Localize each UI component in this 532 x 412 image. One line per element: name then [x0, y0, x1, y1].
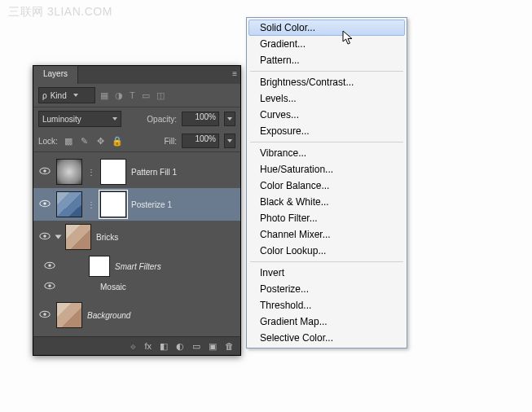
filter-type-icons: ▦ ◑ T ▭ ◫: [100, 90, 165, 101]
layer-thumbnail[interactable]: [56, 159, 82, 185]
filter-name-label[interactable]: Mosaic: [100, 283, 126, 291]
svg-point-3: [43, 202, 46, 205]
blend-mode-select[interactable]: Luminosity: [38, 111, 121, 127]
smart-filters-label: Smart Filters: [115, 262, 161, 271]
menu-item[interactable]: Threshold...: [248, 297, 405, 313]
watermark-text: 三联网 3LIAN.COM: [8, 5, 112, 20]
panel-menu-icon[interactable]: ≡: [232, 69, 237, 78]
lock-fill-row: Lock: ▩ ✎ ✥ 🔒 Fill: 100%: [33, 130, 240, 152]
opacity-input[interactable]: 100%: [182, 112, 219, 126]
menu-item[interactable]: Pattern...: [248, 52, 405, 68]
blend-opacity-row: Luminosity Opacity: 100%: [33, 107, 240, 130]
fill-input[interactable]: 100%: [182, 134, 219, 148]
layer-row-bricks[interactable]: Bricks: [33, 221, 240, 253]
svg-point-1: [43, 169, 46, 173]
visibility-toggle[interactable]: [43, 261, 56, 271]
filter-kind-label: Kind: [51, 91, 67, 100]
layer-list: ⋮ Pattern Fill 1 ⋮ Posterize 1 Bricks: [33, 152, 240, 336]
blend-mode-label: Luminosity: [42, 115, 81, 124]
filter-mask-thumbnail[interactable]: [89, 256, 110, 277]
lock-position-icon[interactable]: ✥: [95, 136, 107, 147]
mask-thumbnail[interactable]: [100, 159, 126, 185]
visibility-toggle[interactable]: [38, 167, 51, 177]
menu-item[interactable]: Selective Color...: [248, 330, 405, 346]
layer-name-label[interactable]: Bricks: [96, 233, 118, 242]
menu-item[interactable]: Levels...: [248, 90, 405, 107]
tab-layers[interactable]: Layers: [33, 66, 78, 84]
adjustment-layer-icon[interactable]: ◐: [176, 341, 184, 352]
layer-thumbnail[interactable]: [56, 302, 82, 328]
lock-transparency-icon[interactable]: ▩: [63, 136, 74, 147]
layer-thumbnail[interactable]: [56, 191, 82, 217]
layer-name-label[interactable]: Posterize 1: [131, 200, 172, 209]
svg-point-9: [48, 284, 51, 287]
svg-point-5: [43, 234, 46, 238]
menu-separator: [250, 261, 403, 262]
mask-thumbnail[interactable]: [100, 191, 126, 217]
lock-label: Lock:: [38, 137, 58, 146]
visibility-toggle[interactable]: [38, 199, 51, 209]
filter-pixel-icon[interactable]: ▦: [100, 90, 108, 101]
layer-row-posterize[interactable]: ⋮ Posterize 1: [33, 188, 240, 221]
layers-panel: Layers ≡ ρ Kind ▦ ◑ T ▭ ◫ Luminosity Opa…: [33, 65, 241, 356]
filter-type-icon[interactable]: T: [130, 90, 135, 101]
menu-item[interactable]: Vibrance...: [248, 145, 405, 161]
menu-item[interactable]: Brightness/Contrast...: [248, 74, 405, 90]
menu-separator: [250, 71, 403, 72]
fx-icon[interactable]: fx: [144, 341, 152, 351]
add-mask-icon[interactable]: ◧: [160, 341, 168, 352]
smart-filter-item[interactable]: Mosaic: [33, 279, 240, 294]
menu-item[interactable]: Gradient...: [248, 36, 405, 52]
menu-item[interactable]: Color Balance...: [248, 178, 405, 194]
menu-item[interactable]: Solid Color...: [248, 20, 405, 36]
filter-shape-icon[interactable]: ▭: [142, 90, 150, 101]
layer-name-label[interactable]: Background: [87, 311, 130, 320]
menu-separator: [250, 142, 403, 142]
new-group-icon[interactable]: ▭: [192, 341, 200, 352]
fill-flyout-icon[interactable]: [224, 134, 235, 148]
lock-all-icon[interactable]: 🔒: [112, 136, 123, 147]
svg-point-7: [48, 264, 51, 267]
menu-item[interactable]: Gradient Map...: [248, 313, 405, 330]
panel-footer: ⟐ fx ◧ ◐ ▭ ▣ 🗑: [33, 336, 240, 355]
menu-item[interactable]: Exposure...: [248, 123, 405, 139]
menu-item[interactable]: Black & White...: [248, 194, 405, 210]
menu-item[interactable]: Color Lookup...: [248, 243, 405, 259]
menu-item[interactable]: Curves...: [248, 107, 405, 123]
link-icon: ⋮: [87, 168, 95, 177]
panel-tab-bar: Layers ≡: [33, 66, 240, 84]
lock-pixels-icon[interactable]: ✎: [79, 136, 90, 147]
adjustment-layer-menu: Solid Color...Gradient...Pattern...Brigh…: [246, 17, 407, 348]
delete-layer-icon[interactable]: 🗑: [225, 341, 234, 351]
menu-item[interactable]: Hue/Saturation...: [248, 161, 405, 178]
svg-point-11: [43, 313, 46, 316]
filter-smart-icon[interactable]: ◫: [156, 90, 165, 101]
menu-item[interactable]: Photo Filter...: [248, 210, 405, 226]
visibility-toggle[interactable]: [43, 282, 56, 291]
opacity-flyout-icon[interactable]: [224, 112, 235, 126]
visibility-toggle[interactable]: [38, 232, 51, 242]
link-icon: ⋮: [87, 200, 95, 209]
layer-thumbnail[interactable]: [65, 224, 91, 250]
menu-item[interactable]: Posterize...: [248, 281, 405, 297]
visibility-toggle[interactable]: [38, 310, 51, 320]
layer-row-background[interactable]: Background: [33, 299, 240, 331]
layer-filter-row: ρ Kind ▦ ◑ T ▭ ◫: [33, 84, 240, 107]
layer-row-pattern-fill[interactable]: ⋮ Pattern Fill 1: [33, 156, 240, 188]
smart-filters-row[interactable]: Smart Filters: [33, 253, 240, 279]
filter-adjust-icon[interactable]: ◑: [115, 90, 123, 101]
new-layer-icon[interactable]: ▣: [209, 341, 217, 352]
layer-name-label[interactable]: Pattern Fill 1: [131, 168, 177, 177]
link-layers-icon[interactable]: ⟐: [130, 341, 136, 351]
opacity-label: Opacity:: [147, 115, 177, 124]
filter-kind-select[interactable]: ρ Kind: [38, 87, 95, 103]
fill-label: Fill:: [164, 137, 177, 146]
menu-item[interactable]: Invert: [248, 265, 405, 281]
expand-toggle-icon[interactable]: [55, 235, 62, 239]
menu-item[interactable]: Channel Mixer...: [248, 226, 405, 243]
lock-buttons: ▩ ✎ ✥ 🔒: [63, 136, 123, 147]
